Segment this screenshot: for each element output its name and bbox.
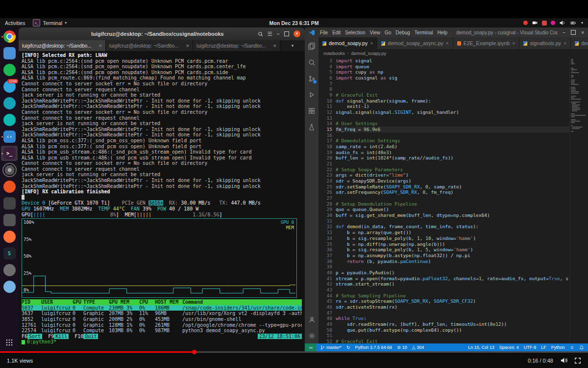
dock-item-app-s[interactable]: S bbox=[1, 246, 18, 261]
tab-close-icon[interactable]: × bbox=[512, 40, 515, 46]
breadcrumb-item[interactable]: notebooks bbox=[323, 51, 345, 56]
editor-tab[interactable]: dem bbox=[571, 37, 588, 49]
tab-close-icon[interactable]: × bbox=[370, 40, 373, 46]
breadcrumb[interactable]: notebooks›demod_soapy.py bbox=[318, 49, 588, 57]
dock-item-chrome[interactable] bbox=[1, 29, 18, 44]
editor-tab[interactable]: signaltools.py× bbox=[519, 37, 571, 49]
status-language-mode[interactable]: Python bbox=[551, 345, 565, 350]
editor-tab[interactable]: demod_soapy.py× bbox=[318, 37, 377, 49]
menu-go[interactable]: Go bbox=[385, 30, 391, 35]
status-errors[interactable]: ⊘10 bbox=[397, 345, 407, 350]
dock-item-screenshot[interactable] bbox=[1, 263, 18, 278]
camera-icon[interactable] bbox=[532, 20, 538, 26]
status-python-interpreter[interactable]: Python 3.7.5 64-bit bbox=[355, 345, 392, 350]
activity-run-debug-icon[interactable] bbox=[307, 90, 317, 100]
remote-indicator[interactable]: >< bbox=[305, 343, 317, 351]
menu-terminal[interactable]: Terminal bbox=[415, 30, 433, 35]
activity-testing-icon[interactable] bbox=[307, 122, 317, 132]
dock-item-vscode[interactable]: ‹› bbox=[1, 129, 18, 144]
minimap-line bbox=[571, 97, 574, 98]
minimap[interactable] bbox=[569, 57, 588, 343]
close-button[interactable]: × bbox=[294, 30, 300, 37]
terminal-tab[interactable]: luigifcruz@desktop: ~/Sandbo...× bbox=[19, 40, 106, 51]
dock-item-ubuntu-orange[interactable] bbox=[1, 179, 18, 194]
tab-close-icon[interactable]: × bbox=[99, 43, 102, 49]
system-tray[interactable]: ▾ bbox=[523, 20, 583, 26]
code-editor[interactable]: import signalimport queueimport cupy as … bbox=[336, 57, 569, 343]
dock-item-app-cube[interactable] bbox=[1, 212, 18, 228]
status-warnings[interactable]: △304 bbox=[412, 345, 424, 350]
status-notifications[interactable] bbox=[579, 345, 584, 350]
dock-item-firefox[interactable] bbox=[1, 229, 18, 244]
activity-search-icon[interactable] bbox=[307, 57, 317, 67]
dock-item-settings[interactable] bbox=[1, 162, 18, 178]
menu-file[interactable]: File bbox=[320, 30, 328, 35]
menu-selection[interactable]: Selection bbox=[345, 30, 365, 35]
dock-item-terminal[interactable]: >_ bbox=[1, 146, 18, 161]
breadcrumb-item[interactable]: demod_soapy.py bbox=[351, 51, 387, 56]
activities-button[interactable]: Activities bbox=[5, 20, 25, 26]
process-row[interactable]: 12761luigifcruz0Graphic128MB 1%0%261MB/o… bbox=[22, 322, 302, 328]
process-row[interactable]: 5037luigifcruz0Compute230MB 3%0%186MB/sn… bbox=[22, 305, 302, 311]
app-menu[interactable]: >_ Terminal ▾ bbox=[33, 19, 67, 26]
terminal-tab[interactable]: luigifcruz@desktop: ~/Sandbo...× bbox=[106, 40, 193, 51]
menu-debug[interactable]: Debug bbox=[395, 30, 410, 35]
status-encoding[interactable]: UTF-8 bbox=[524, 345, 537, 350]
menu-icon[interactable]: ☰ bbox=[268, 31, 272, 37]
search-icon[interactable] bbox=[258, 31, 263, 37]
chevron-down-icon[interactable]: ▾ bbox=[581, 21, 583, 25]
terminal-content[interactable]: [INFO] Selected RX path: LNAWALSA lib pc… bbox=[19, 51, 305, 351]
fkey-quit[interactable]: F10Quit bbox=[74, 334, 98, 340]
maximize-button[interactable] bbox=[284, 31, 289, 36]
dock-item-telegram[interactable]: 1243 bbox=[1, 79, 18, 94]
clock[interactable]: Mon Dec 23 6:31 PM bbox=[270, 20, 319, 26]
dock-item-spotify[interactable] bbox=[1, 62, 18, 78]
fullscreen-icon[interactable] bbox=[574, 357, 581, 364]
menu-edit[interactable]: Edit bbox=[332, 30, 341, 35]
fkey-sort[interactable]: F6Sort bbox=[22, 334, 42, 340]
process-row[interactable]: 3637luigifcruz0Graphic207MB 3%11%96MB/us… bbox=[22, 311, 302, 316]
close-button[interactable]: × bbox=[581, 30, 584, 35]
show-applications-button[interactable] bbox=[1, 335, 18, 350]
activity-explorer-icon[interactable] bbox=[307, 41, 317, 51]
volume-icon[interactable] bbox=[559, 20, 565, 26]
tab-list-dropdown-icon[interactable]: ▼ bbox=[280, 40, 305, 51]
minimap-line bbox=[572, 106, 578, 107]
minimize-button[interactable]: − bbox=[277, 31, 280, 37]
fkey-kill[interactable]: F9Kill bbox=[48, 334, 69, 340]
status-sync[interactable]: ↻ bbox=[346, 345, 350, 350]
editor-tab[interactable]: E2E_Example.ipynb× bbox=[453, 37, 520, 49]
line-number: 26 bbox=[318, 189, 332, 195]
minimize-button[interactable]: − bbox=[563, 30, 565, 35]
status-git-branch[interactable]: master* bbox=[320, 345, 342, 350]
battery-icon[interactable] bbox=[569, 20, 577, 26]
maximize-button[interactable] bbox=[571, 30, 576, 35]
volume-icon[interactable] bbox=[560, 357, 567, 364]
dock-item-chromium[interactable] bbox=[1, 279, 18, 294]
tab-close-icon[interactable]: × bbox=[564, 40, 566, 46]
dock-item-mail[interactable] bbox=[1, 96, 18, 111]
activity-extensions-icon[interactable] bbox=[307, 106, 317, 116]
process-row[interactable]: 22574luigifcruz0Compute103MB 0%0%987MBpy… bbox=[22, 328, 302, 334]
menu-help[interactable]: Help bbox=[438, 30, 448, 35]
terminal-tab[interactable]: luigifcruz@desktop: ~/Sandbo...× bbox=[193, 40, 280, 51]
dock-item-files[interactable] bbox=[1, 46, 18, 61]
tab-close-icon[interactable]: × bbox=[273, 43, 276, 49]
tab-close-icon[interactable]: × bbox=[446, 40, 449, 46]
activity-settings-gear-icon[interactable] bbox=[307, 331, 317, 341]
tab-close-icon[interactable]: × bbox=[186, 43, 189, 49]
dock-item-music-teal[interactable] bbox=[1, 112, 18, 128]
terminal-titlebar[interactable]: luigifcruz@desktop: ~/Sandbox/cusignal/n… bbox=[19, 27, 305, 40]
menu-view[interactable]: View bbox=[370, 30, 381, 35]
status-feedback[interactable]: ☺ bbox=[570, 345, 574, 350]
code-line: p = pyaudio.PyAudio() bbox=[336, 270, 569, 276]
process-row[interactable]: 3852luigifcruz0Graphic200MB 2%0%453MB/us… bbox=[22, 316, 302, 322]
status-indentation[interactable]: Spaces: 4 bbox=[499, 345, 519, 350]
dock-item-app-box[interactable] bbox=[1, 196, 18, 211]
vscode-titlebar[interactable]: FileEditSelectionViewGoDebugTerminalHelp… bbox=[305, 27, 588, 37]
activity-source-control-icon[interactable] bbox=[307, 74, 317, 83]
activity-account-icon[interactable] bbox=[307, 315, 317, 324]
status-eol[interactable]: LF bbox=[541, 345, 546, 350]
status-cursor-position[interactable]: Ln 15, Col 13 bbox=[468, 345, 494, 350]
editor-tab[interactable]: demod_soapy_async.py× bbox=[377, 37, 453, 49]
